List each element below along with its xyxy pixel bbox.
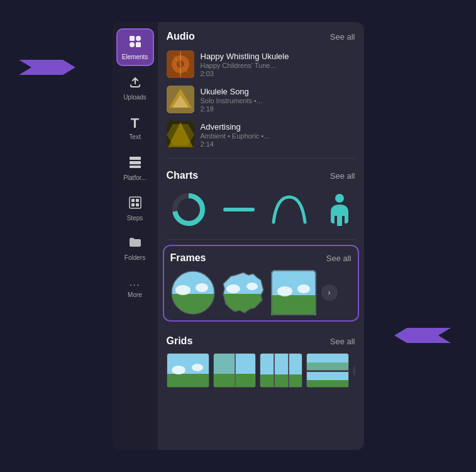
- sidebar: Elements Uploads T Text: [113, 22, 158, 450]
- svg-point-45: [172, 366, 185, 374]
- chart-line[interactable]: [217, 188, 261, 232]
- audio-duration-1: 2:18: [201, 105, 355, 113]
- svg-rect-39: [271, 295, 316, 315]
- audio-thumb-0: [167, 50, 194, 78]
- elements-label: Elements: [122, 53, 148, 60]
- frames-scroll-row: ›: [170, 270, 351, 315]
- svg-rect-49: [214, 374, 235, 388]
- grids-header: Grids See all: [167, 335, 355, 347]
- audio-title-0: Happy Whistling Ukulele: [201, 52, 355, 61]
- main-panel: Elements Uploads T Text: [113, 22, 364, 450]
- audio-info-1: Ukulele Song Solo Instruments •... 2:18: [201, 87, 355, 113]
- left-arrow: [13, 52, 88, 83]
- sidebar-item-more[interactable]: ··· More: [116, 270, 154, 308]
- frames-header: Frames See all: [170, 252, 351, 264]
- screen-wrapper: Elements Uploads T Text: [0, 0, 476, 472]
- svg-rect-13: [136, 203, 139, 206]
- elements-icon: [128, 35, 142, 52]
- audio-section: Audio See all: [158, 22, 364, 155]
- audio-info-0: Happy Whistling Ukulele Happy Childrens'…: [201, 52, 355, 77]
- frame-blob[interactable]: [221, 270, 266, 315]
- sidebar-item-folders[interactable]: Folders: [116, 230, 154, 267]
- audio-item-2[interactable]: Advertising Ambient • Euphoric •... 2:14: [167, 119, 355, 150]
- frames-see-all[interactable]: See all: [326, 254, 351, 263]
- audio-title: Audio: [167, 31, 195, 42]
- audio-title-1: Ukulele Song: [201, 87, 355, 96]
- svg-rect-44: [167, 374, 209, 388]
- audio-info-2: Advertising Ambient • Euphoric •... 2:14: [201, 122, 355, 148]
- svg-rect-11: [136, 199, 139, 202]
- svg-rect-12: [131, 203, 135, 206]
- svg-rect-2: [130, 36, 135, 41]
- grid-item-0[interactable]: [167, 353, 209, 388]
- audio-title-2: Advertising: [201, 122, 355, 132]
- steps-label: Steps: [127, 215, 143, 222]
- chart-arc[interactable]: [267, 188, 311, 232]
- frames-scroll-arrow[interactable]: ›: [321, 284, 338, 301]
- grid-item-3[interactable]: [306, 353, 349, 388]
- grids-scroll-arrow[interactable]: ›: [353, 362, 355, 379]
- grids-see-all[interactable]: See all: [330, 337, 355, 346]
- svg-rect-56: [275, 374, 288, 388]
- chart-person[interactable]: [318, 188, 355, 232]
- more-label: More: [128, 291, 142, 298]
- svg-point-37: [246, 283, 258, 290]
- svg-rect-58: [289, 374, 302, 388]
- folders-icon: [128, 237, 142, 252]
- divider-1: [167, 158, 355, 159]
- platform-icon: [128, 155, 142, 172]
- svg-point-46: [192, 364, 203, 371]
- sidebar-item-elements[interactable]: Elements: [116, 28, 154, 66]
- frames-title: Frames: [170, 252, 206, 264]
- platform-label: Platfor...: [123, 174, 147, 181]
- svg-rect-9: [130, 197, 141, 208]
- svg-rect-51: [236, 374, 256, 388]
- audio-duration-2: 2:14: [201, 140, 355, 148]
- audio-item-1[interactable]: Ukulele Song Solo Instruments •... 2:18: [167, 84, 355, 115]
- sidebar-item-steps[interactable]: Steps: [116, 189, 154, 227]
- audio-item-0[interactable]: Happy Whistling Ukulele Happy Childrens'…: [167, 48, 355, 80]
- folders-label: Folders: [125, 254, 145, 261]
- text-icon: T: [131, 115, 139, 132]
- svg-rect-7: [130, 161, 141, 164]
- grids-title: Grids: [167, 335, 193, 347]
- audio-duration-0: 2:03: [201, 70, 355, 77]
- svg-point-32: [196, 283, 208, 292]
- uploads-label: Uploads: [123, 94, 147, 101]
- audio-thumb-1: [167, 86, 194, 113]
- sidebar-item-platform[interactable]: Platfor...: [116, 149, 154, 187]
- frame-circle[interactable]: [170, 270, 216, 315]
- sidebar-item-text[interactable]: T Text: [116, 109, 154, 147]
- svg-marker-1: [394, 328, 451, 343]
- charts-title: Charts: [167, 170, 199, 181]
- svg-rect-10: [131, 199, 135, 202]
- frame-rect[interactable]: [271, 270, 316, 315]
- svg-rect-6: [130, 157, 141, 160]
- audio-sub-1: Solo Instruments •...: [201, 97, 355, 104]
- grids-section: Grids See all: [158, 327, 364, 393]
- charts-section: Charts See all: [158, 161, 364, 237]
- charts-see-all[interactable]: See all: [330, 171, 355, 181]
- audio-see-all[interactable]: See all: [330, 32, 355, 42]
- audio-thumb-2: [167, 121, 194, 149]
- grid-item-2[interactable]: [260, 353, 302, 388]
- uploads-icon: [128, 75, 142, 92]
- sidebar-item-uploads[interactable]: Uploads: [116, 69, 154, 106]
- audio-sub-0: Happy Childrens' Tune...: [201, 62, 355, 69]
- svg-rect-66: [307, 380, 349, 388]
- grids-scroll-row: ›: [167, 353, 355, 388]
- svg-rect-5: [136, 42, 141, 47]
- grid-item-1[interactable]: [213, 353, 256, 388]
- frames-section: Frames See all: [163, 245, 359, 322]
- svg-rect-8: [130, 166, 141, 168]
- right-arrow: [388, 320, 463, 351]
- audio-sub-2: Ambient • Euphoric •...: [201, 132, 355, 140]
- svg-point-36: [226, 284, 240, 293]
- svg-marker-0: [19, 60, 75, 75]
- svg-rect-4: [130, 42, 135, 47]
- divider-2: [167, 239, 355, 240]
- svg-point-27: [335, 194, 344, 203]
- steps-icon: [128, 196, 142, 213]
- content-area[interactable]: Audio See all: [158, 22, 364, 450]
- chart-donut[interactable]: [167, 188, 211, 232]
